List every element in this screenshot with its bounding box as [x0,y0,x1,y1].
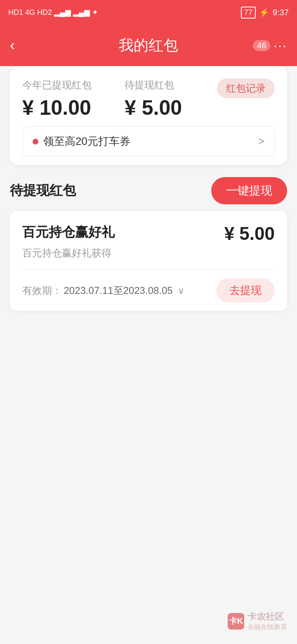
watermark-text-block: 卡农社区 金融在线教育 [248,611,287,632]
redpack-info: 百元持仓赢好礼 百元持仓赢好礼获得 [22,223,115,260]
status-left: HD1 4G HD2 ▂▄▆ ▂▄▆ ✦ [8,8,98,17]
page-header: ‹ 我的红包 46 ··· [0,25,297,66]
redpack-amount: ¥ 5.00 [224,223,275,244]
watermark-subtitle: 金融在线教育 [248,623,287,632]
summary-columns: 今年已提现红包 ¥ 10.00 待提现红包 ¥ 5.00 [22,78,182,120]
watermark-logo: 卡K [228,613,244,630]
header-right-actions: 46 ··· [253,38,287,53]
status-right: 77 ⚡ 9:37 [241,7,289,19]
pending-value: ¥ 5.00 [125,96,182,120]
summary-card: 今年已提现红包 ¥ 10.00 待提现红包 ¥ 5.00 红包记录 领至高20元… [10,66,287,165]
battery-indicator: 77 [241,7,256,19]
more-button[interactable]: ··· [273,38,287,53]
validity-label: 有效期： [22,285,62,296]
redpack-main-row: 百元持仓赢好礼 百元持仓赢好礼获得 ¥ 5.00 [22,223,275,270]
validity-expand-icon[interactable]: ∨ [178,286,184,296]
pending-label: 待提现红包 [125,78,182,92]
coupon-arrow-icon: > [258,135,264,148]
summary-top-row: 今年已提现红包 ¥ 10.00 待提现红包 ¥ 5.00 红包记录 [22,78,275,120]
charging-icon: ⚡ [259,7,269,17]
coupon-banner[interactable]: 领至高20元打车券 > [22,126,275,156]
validity-date: 2023.07.11至2023.08.05 [64,285,172,296]
redpack-item-card: 百元持仓赢好礼 百元持仓赢好礼获得 ¥ 5.00 有效期： 2023.07.11… [10,211,287,311]
watermark-name: 卡农社区 [248,611,287,623]
back-button[interactable]: ‹ [10,37,15,54]
pending-section-title: 待提现红包 [10,182,76,200]
one-click-withdraw-button[interactable]: 一键提现 [211,177,287,204]
redpack-name: 百元持仓赢好礼 [22,223,115,242]
withdraw-button[interactable]: 去提现 [216,278,275,303]
withdrawn-label: 今年已提现红包 [22,78,92,92]
notification-badge[interactable]: 46 [253,40,270,51]
withdrawn-value: ¥ 10.00 [22,96,92,120]
redpack-desc: 百元持仓赢好礼获得 [22,246,115,260]
status-bar: HD1 4G HD2 ▂▄▆ ▂▄▆ ✦ 77 ⚡ 9:37 [0,0,297,25]
coupon-text: 领至高20元打车券 [43,134,253,149]
pending-section-header: 待提现红包 一键提现 [10,177,287,204]
coupon-dot-icon [33,139,38,144]
main-content: 今年已提现红包 ¥ 10.00 待提现红包 ¥ 5.00 红包记录 领至高20元… [0,66,297,311]
validity-info: 有效期： 2023.07.11至2023.08.05 ∨ [22,284,184,297]
watermark-logo-text: 卡K [229,616,243,627]
time-display: 9:37 [273,8,289,17]
watermark: 卡K 卡农社区 金融在线教育 [228,611,287,632]
page-title: 我的红包 [119,36,178,56]
redpack-footer-row: 有效期： 2023.07.11至2023.08.05 ∨ 去提现 [22,270,275,311]
signal-icons: HD1 4G HD2 ▂▄▆ ▂▄▆ ✦ [8,8,98,17]
withdrawn-col: 今年已提现红包 ¥ 10.00 [22,78,92,120]
pending-col: 待提现红包 ¥ 5.00 [125,78,182,120]
record-button[interactable]: 红包记录 [217,78,275,98]
